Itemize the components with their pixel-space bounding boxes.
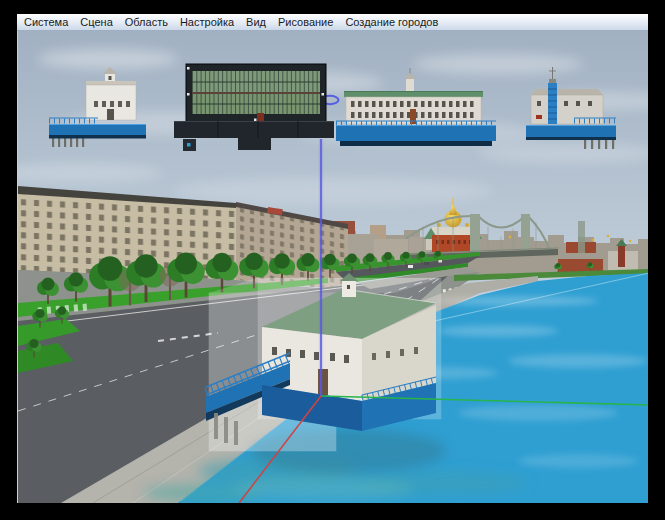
menu-bar: Система Сцена Область Настройка Вид Рисо… bbox=[17, 14, 648, 31]
floating-model-apartment-slab[interactable] bbox=[174, 64, 334, 151]
menu-item-area[interactable]: Область bbox=[119, 14, 174, 30]
menu-item-city-creation[interactable]: Создание городов bbox=[339, 14, 444, 30]
menu-item-scene[interactable]: Сцена bbox=[74, 14, 118, 30]
app-window: Система Сцена Область Настройка Вид Рисо… bbox=[17, 14, 648, 503]
menu-item-view[interactable]: Вид bbox=[240, 14, 272, 30]
viewport-3d[interactable] bbox=[17, 31, 648, 503]
screen: Система Сцена Область Настройка Вид Рисо… bbox=[0, 0, 665, 520]
menu-item-drawing[interactable]: Рисование bbox=[272, 14, 339, 30]
menu-item-system[interactable]: Система bbox=[17, 14, 74, 30]
ghost-placement-preview[interactable] bbox=[206, 273, 446, 473]
menu-item-settings[interactable]: Настройка bbox=[174, 14, 240, 30]
